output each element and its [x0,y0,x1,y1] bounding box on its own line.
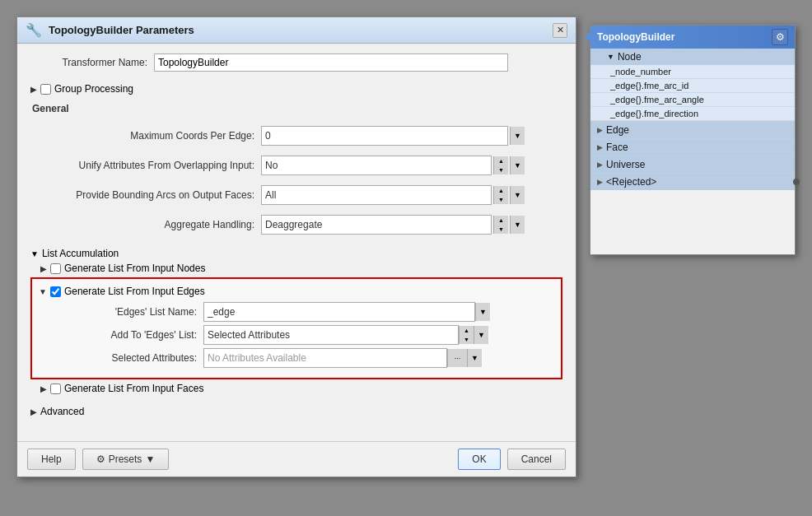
selected-attrs-control: No Attributes Available ··· ▼ [203,348,482,368]
dialog-icon: 🔧 [26,22,42,38]
gen-edges-arrow[interactable]: ▼ [39,287,47,296]
add-to-edges-combo[interactable]: Selected Attributes [203,325,459,345]
transformer-name-row: Transformer Name: [30,53,562,72]
topology-builder-dialog: 🔧 TopologyBuilder Parameters ✕ Transform… [16,16,576,477]
edges-list-name-row: 'Edges' List Name: _edge ▼ [39,302,554,322]
tb-attr-arc-id: _edge{}.fme_arc_id [590,79,795,93]
tb-header: TopologyBuilder ⚙ [590,26,795,49]
dialog-title: TopologyBuilder Parameters [49,24,194,36]
tb-universe-label: Universe [606,159,645,170]
bounding-dropdown-arrow[interactable]: ▼ [510,186,525,204]
advanced-row: ▶ Advanced [30,406,562,417]
aggregate-combo[interactable]: Deaggregate [261,215,492,235]
list-accumulation-arrow: ▼ [30,249,39,258]
tb-universe-item[interactable]: ▶ Universe [590,156,795,174]
tb-node-section: ▼ Node _node_number _edge{}.fme_arc_id _… [590,49,795,122]
max-coords-value: 0 [262,127,507,145]
max-coords-arrow[interactable]: ▼ [510,127,525,145]
aggregate-control: Deaggregate ▲ ▼ ▼ [261,215,525,235]
tb-node-label: Node [618,51,642,63]
tb-right-connector [793,179,800,185]
add-to-edges-control: Selected Attributes ▲ ▼ ▼ [203,325,488,345]
tb-attr-arc-angle: _edge{}.fme_arc_angle [590,93,795,107]
unify-dropdown-arrow[interactable]: ▼ [510,156,525,174]
bounding-control: All ▲ ▼ ▼ [261,185,525,205]
unify-value: No [262,156,491,174]
list-accumulation-label: List Accumulation [42,248,119,259]
tb-attr-node-number: _node_number [590,65,795,79]
unify-control: No ▲ ▼ ▼ [261,156,525,175]
ok-button[interactable]: OK [458,449,500,470]
presets-icon: ⚙ [96,453,105,465]
group-processing-arrow[interactable]: ▶ [30,85,37,94]
tb-rejected-label: <Rejected> [606,176,656,188]
gen-nodes-checkbox[interactable] [50,263,61,274]
tb-header-wrapper: TopologyBuilder ⚙ [590,26,795,49]
max-coords-label: Maximum Coords Per Edge: [30,130,261,142]
tb-node-arrow: ▼ [607,53,614,61]
general-section-label: General [32,103,562,114]
tb-rejected-wrapper: ▶ <Rejected> [590,174,795,190]
transformer-name-input[interactable] [154,53,508,72]
tb-edge-arrow: ▶ [597,126,603,134]
titlebar-left: 🔧 TopologyBuilder Parameters [26,22,194,38]
group-processing-checkbox[interactable] [40,84,51,95]
help-button[interactable]: Help [27,449,76,470]
tb-gear-button[interactable]: ⚙ [772,29,788,45]
aggregate-arrow-down[interactable]: ▼ [493,225,508,234]
add-to-edges-dropdown[interactable]: ▼ [474,326,488,344]
tb-edge-item[interactable]: ▶ Edge [590,122,795,139]
selected-attrs-combo[interactable]: No Attributes Available [203,348,447,368]
tb-rejected-arrow: ▶ [597,178,603,186]
bounding-arrow-down[interactable]: ▼ [493,195,508,204]
selected-attrs-label: Selected Attributes: [39,352,203,364]
tb-title: TopologyBuilder [597,31,674,43]
selected-attrs-row: Selected Attributes: No Attributes Avail… [39,348,554,368]
add-to-edges-row: Add To 'Edges' List: Selected Attributes… [39,325,554,345]
max-coords-combo[interactable]: 0 [261,126,508,146]
dialog-content: Transformer Name: ▶ Group Processing Gen… [17,44,576,441]
presets-button[interactable]: ⚙ Presets ▼ [82,449,170,470]
edges-list-name-value: _edge [204,303,474,321]
add-to-edges-arrow-up[interactable]: ▲ [459,326,474,335]
aggregate-arrow-up[interactable]: ▲ [493,216,508,225]
tb-face-label: Face [606,142,628,153]
dialog-titlebar: 🔧 TopologyBuilder Parameters ✕ [17,17,576,44]
advanced-arrow[interactable]: ▶ [30,407,37,416]
footer-left: Help ⚙ Presets ▼ [27,449,169,470]
group-processing-row: ▶ Group Processing [30,83,562,95]
tb-face-arrow: ▶ [597,143,603,151]
presets-arrow: ▼ [145,453,155,465]
gen-faces-checkbox[interactable] [50,384,61,394]
gen-edges-checkbox[interactable] [50,286,61,297]
aggregate-dropdown-arrow[interactable]: ▼ [510,216,525,234]
aggregate-row: Aggregate Handling: Deaggregate ▲ ▼ ▼ [30,215,562,235]
tb-node-header[interactable]: ▼ Node [590,49,795,65]
selected-attrs-dropdown[interactable]: ▼ [467,349,482,367]
gen-nodes-arrow[interactable]: ▶ [40,264,47,273]
gen-nodes-label: Generate List From Input Nodes [64,263,205,274]
cancel-button[interactable]: Cancel [507,449,566,470]
unify-label: Unify Attributes From Overlapping Input: [30,160,261,171]
gen-edges-row: ▼ Generate List From Input Edges [39,286,554,297]
close-button[interactable]: ✕ [553,23,567,38]
unify-combo[interactable]: No [261,156,492,175]
max-coords-row: Maximum Coords Per Edge: 0 ▼ [30,126,562,146]
list-accumulation-header[interactable]: ▼ List Accumulation [30,248,562,259]
bounding-arrow-up[interactable]: ▲ [493,186,508,195]
transformer-name-label: Transformer Name: [30,57,154,68]
edges-list-name-combo[interactable]: _edge [203,302,475,322]
edges-list-name-arrow[interactable]: ▼ [475,303,490,321]
bounding-combo[interactable]: All [261,185,492,205]
tb-edge-label: Edge [606,124,629,136]
unify-arrow-up[interactable]: ▲ [493,156,508,165]
tb-left-connector [586,34,592,40]
bounding-row: Provide Bounding Arcs on Output Faces: A… [30,185,562,205]
add-to-edges-arrow-down[interactable]: ▼ [459,335,474,344]
group-processing-label: Group Processing [54,83,133,95]
unify-arrow-down[interactable]: ▼ [493,165,508,174]
selected-attrs-ellipsis[interactable]: ··· [447,349,467,367]
gen-faces-arrow[interactable]: ▶ [40,384,47,393]
tb-face-item[interactable]: ▶ Face [590,139,795,156]
tb-rejected-item[interactable]: ▶ <Rejected> [590,174,795,190]
